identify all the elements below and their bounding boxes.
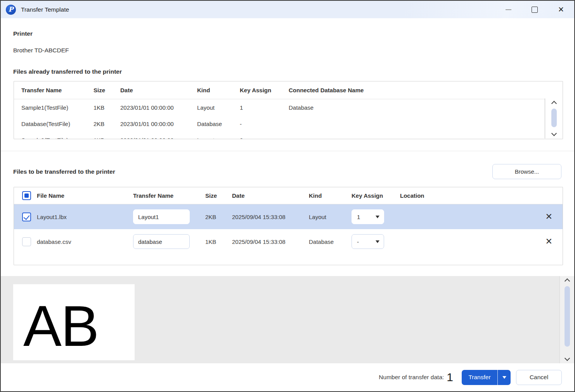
- cell-date: 2023/01/01 00:00:00: [120, 121, 197, 127]
- cell-kind: Database: [309, 238, 352, 245]
- key-assign-value: -: [357, 238, 359, 245]
- preview-scrollbar: [559, 276, 574, 363]
- printer-label: Printer: [13, 30, 33, 37]
- col-kind: Kind: [197, 87, 240, 93]
- select-all-checkbox[interactable]: [22, 191, 31, 200]
- remove-row-button[interactable]: ✕: [546, 237, 552, 246]
- cell-transfer-name: [133, 234, 205, 249]
- scroll-down-icon[interactable]: [551, 131, 556, 136]
- cell-size: 1KB: [205, 238, 232, 245]
- transfer-name-input[interactable]: [133, 209, 190, 224]
- col-connected-database-name: Connected Database Name: [289, 87, 563, 93]
- titlebar: P Transfer Template ✕: [1, 1, 574, 18]
- printer-name: Brother TD-ABCDEF: [13, 47, 69, 54]
- transfer-files-table: File Name Transfer Name Size Date Kind K…: [14, 187, 563, 265]
- section-divider: [1, 151, 574, 151]
- table-row[interactable]: Database(TestFile) 2KB 2023/01/01 00:00:…: [14, 116, 563, 132]
- transfer-file-row[interactable]: database.csv 1KB 2025/09/04 15:33:08 Dat…: [14, 229, 563, 254]
- scroll-up-icon[interactable]: [564, 278, 570, 284]
- cell-date: 2023/01/01 00:00:00: [120, 137, 197, 140]
- table-scrollbar: [545, 98, 563, 138]
- ptouch-app-icon: P: [6, 5, 16, 15]
- cell-key-assign: 2: [240, 137, 289, 140]
- cell-transfer-name: Sample1(TestFile): [21, 104, 94, 111]
- window-title: Transfer Template: [21, 6, 69, 13]
- label-preview-image: AB: [13, 284, 135, 360]
- cell-key-assign: -: [240, 121, 289, 127]
- key-assign-dropdown[interactable]: 1: [352, 209, 384, 224]
- cell-connected-database: Database: [289, 104, 563, 111]
- cell-transfer-name: [133, 209, 205, 224]
- transferred-files-heading: Files already transferred to the printer: [13, 68, 122, 75]
- close-icon: ✕: [558, 6, 564, 13]
- cell-kind: Layout: [197, 104, 240, 111]
- main-content: Printer Brother TD-ABCDEF Files already …: [1, 18, 574, 276]
- transfer-file-row[interactable]: Layout1.lbx 2KB 2025/09/04 15:33:08 Layo…: [14, 204, 563, 229]
- row-checkbox[interactable]: [22, 237, 31, 246]
- transfer-options-button[interactable]: [497, 370, 511, 385]
- cell-kind: Layout: [197, 137, 240, 140]
- close-button[interactable]: ✕: [548, 1, 574, 18]
- transfer-files-header-row: File Name Transfer Name Size Date Kind K…: [14, 187, 563, 204]
- table-row[interactable]: Sample1(TestFile) 1KB 2023/01/01 00:00:0…: [14, 99, 563, 116]
- cell-file-name: database.csv: [37, 238, 133, 245]
- col-kind: Kind: [309, 192, 352, 199]
- transfer-name-input[interactable]: [133, 234, 190, 249]
- cell-kind: Database: [197, 121, 240, 127]
- caret-down-icon: [376, 240, 379, 243]
- scrollbar-thumb[interactable]: [551, 109, 557, 127]
- maximize-button[interactable]: [521, 1, 548, 18]
- cell-date: 2025/09/04 15:33:08: [232, 238, 309, 245]
- transfer-button[interactable]: Transfer: [462, 370, 497, 385]
- col-transfer-name: Transfer Name: [133, 192, 205, 199]
- col-date: Date: [120, 87, 197, 93]
- transfer-template-window: P Transfer Template ✕ Printer Brother TD…: [0, 0, 575, 392]
- transferred-files-header-row: Transfer Name Size Date Kind Key Assign …: [14, 81, 563, 99]
- maximize-icon: [532, 7, 538, 13]
- browse-button[interactable]: Browse...: [492, 164, 561, 179]
- preview-pane: AB: [1, 276, 574, 363]
- scroll-down-icon[interactable]: [564, 356, 570, 361]
- preview-label-text: AB: [23, 297, 98, 355]
- cell-size: 1KB: [94, 137, 120, 140]
- cell-file-name: Layout1.lbx: [37, 214, 133, 220]
- col-size: Size: [205, 192, 232, 199]
- transfer-split-button: Transfer: [462, 370, 511, 385]
- col-size: Size: [94, 87, 120, 93]
- cell-size: 2KB: [94, 121, 120, 127]
- transfer-files-heading: Files to be transferred to the printer: [13, 168, 115, 175]
- cell-key-assign: -: [352, 234, 400, 249]
- scroll-up-icon[interactable]: [551, 101, 556, 106]
- minimize-button[interactable]: [495, 1, 521, 18]
- transfer-count-value: 1: [447, 371, 453, 383]
- cell-key-assign: 1: [352, 209, 400, 224]
- remove-row-button[interactable]: ✕: [546, 212, 552, 221]
- col-key-assign: Key Assign: [240, 87, 289, 93]
- scrollbar-thumb[interactable]: [565, 286, 570, 347]
- cell-date: 2025/09/04 15:33:08: [232, 214, 309, 220]
- col-transfer-name: Transfer Name: [21, 87, 94, 93]
- caret-down-icon: [376, 216, 379, 218]
- cell-date: 2023/01/01 00:00:00: [120, 104, 197, 111]
- key-assign-dropdown[interactable]: -: [352, 234, 384, 249]
- cell-transfer-name: Database(TestFile): [21, 121, 94, 127]
- col-key-assign: Key Assign: [352, 192, 400, 199]
- caret-down-icon: [502, 376, 506, 379]
- transfer-count-label: Number of transfer data:: [379, 374, 444, 381]
- cell-transfer-name: Sample2(TestFile): [21, 137, 94, 140]
- table-row-clipped[interactable]: Sample2(TestFile) 1KB 2023/01/01 00:00:0…: [14, 132, 563, 139]
- row-checkbox[interactable]: [22, 212, 31, 221]
- cell-size: 1KB: [94, 104, 120, 111]
- transferred-files-table: Transfer Name Size Date Kind Key Assign …: [14, 81, 563, 139]
- col-location: Location: [400, 192, 563, 199]
- cancel-button[interactable]: Cancel: [516, 370, 562, 385]
- cell-size: 2KB: [205, 214, 232, 220]
- window-controls: ✕: [495, 1, 574, 18]
- cell-kind: Layout: [309, 214, 352, 220]
- col-file-name: File Name: [37, 192, 133, 199]
- col-date: Date: [232, 192, 309, 199]
- cell-key-assign: 1: [240, 104, 289, 111]
- minimize-icon: [506, 9, 511, 10]
- footer-bar: Number of transfer data: 1 Transfer Canc…: [1, 363, 574, 391]
- key-assign-value: 1: [357, 214, 360, 220]
